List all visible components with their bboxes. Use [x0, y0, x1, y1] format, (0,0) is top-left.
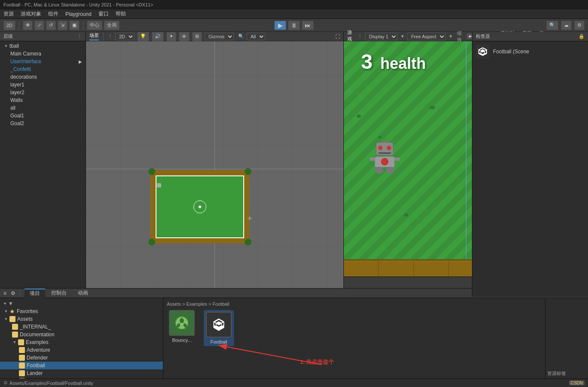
tree-arrow-favorites: ▼ — [3, 309, 9, 314]
hierarchy-item-walls[interactable]: Walls — [0, 96, 86, 104]
footer-path: Assets/Examples/Football/Football.unity — [9, 381, 93, 386]
tree-item-examples[interactable]: ▼ Examples — [0, 338, 163, 346]
settings-toolbar-icon[interactable]: ⚙ — [574, 21, 585, 30]
cloud-icon[interactable]: ☁ — [561, 21, 572, 30]
transform-tool-w[interactable]: ⤢ — [34, 21, 44, 30]
svg-point-5 — [387, 146, 391, 150]
menu-item-gameobject[interactable]: 游戏对象 — [21, 10, 41, 18]
scene-sound-icon[interactable]: 🔊 — [152, 32, 164, 41]
hierarchy-item-label: Walls — [10, 97, 23, 103]
tree-arrow-assets: ▼ — [3, 316, 9, 322]
tree-item-documentation[interactable]: Documentation — [0, 331, 163, 338]
menu-bar: 资源 游戏对象 组件 Playground 窗口 帮助 — [0, 9, 588, 19]
scene-2d-toggle[interactable]: 2D — [115, 33, 135, 40]
asset-store-label[interactable]: CSDN — [569, 381, 585, 385]
hierarchy-item-football[interactable]: ▼ tball — [0, 42, 86, 50]
scene-options-icon[interactable]: ⋮ — [108, 34, 113, 39]
console-tab[interactable]: 控制台 — [46, 289, 72, 298]
add-button[interactable]: + — [3, 301, 6, 307]
annotation-svg-2 — [193, 341, 364, 367]
aspect-dropdown[interactable]: Free Aspect — [407, 33, 446, 40]
hierarchy-menu-icon[interactable]: ⋮ — [77, 34, 82, 39]
scene-panel: 场景 ⋮ 2D 💡 🔊 ✦ 👁 ⊞ Gizmos 🔍 All ⛶ — [86, 32, 344, 297]
tree-item-lander[interactable]: Lander — [0, 369, 163, 377]
tree-arrow-examples: ▼ — [12, 340, 17, 345]
main-layout: 层级 ⋮ ▼ tball Main Camera UserInterface ▶… — [0, 32, 588, 297]
sep — [103, 32, 104, 41]
animation-tab[interactable]: 动画 — [73, 289, 93, 298]
bottom-settings-icon[interactable]: ⚙ — [11, 290, 15, 296]
hierarchy-item-confetti[interactable]: _Confetti — [0, 65, 86, 73]
main-toolbar: 2D ✥ ⤢ ↺ ⇲ ▣ 中心 全局 ▶ ⏸ ⏭ 🔍 ☁ ⚙ — [0, 19, 588, 32]
tree-item-internal[interactable]: _INTERNAL_ — [0, 323, 163, 331]
scene-toolbar: 场景 ⋮ 2D 💡 🔊 ✦ 👁 ⊞ Gizmos 🔍 All ⛶ — [86, 32, 343, 41]
transform-tool-t[interactable]: ▣ — [69, 21, 80, 30]
inspector-header: 检查器 🔒 — [472, 32, 588, 41]
scene-view[interactable]: + — [86, 41, 343, 297]
bottom-list-icon[interactable]: ≡ — [3, 290, 6, 296]
hierarchy-item-maincamera[interactable]: Main Camera — [0, 50, 86, 58]
inspector-lock-icon[interactable]: 🔒 — [579, 34, 585, 39]
resource-tags-panel: 资源标签 — [545, 298, 588, 378]
tree-item-football[interactable]: Football — [0, 362, 163, 369]
hierarchy-item-all[interactable]: all — [0, 104, 86, 112]
step-button[interactable]: ⏭ — [302, 21, 314, 30]
hierarchy-item-layer1[interactable]: layer1 — [0, 81, 86, 89]
bottom-content: + ▼ ▼ ★ Favorites ▼ Assets _INTERNAL_ — [0, 298, 588, 378]
hierarchy-item-goal1[interactable]: Goal1 — [0, 112, 86, 120]
folder-icon-defender — [19, 355, 25, 361]
scene-tab[interactable]: 场景 — [89, 32, 99, 40]
scene-hidden-icon[interactable]: 👁 — [179, 32, 190, 41]
svg-rect-12 — [395, 157, 400, 161]
menu-item-help[interactable]: 帮助 — [116, 10, 126, 18]
svg-point-10 — [381, 158, 388, 165]
hierarchy-header: 层级 ⋮ — [0, 32, 86, 41]
pivot-global-btn[interactable]: 全局 — [104, 21, 119, 30]
all-dropdown[interactable]: All — [247, 33, 265, 40]
tree-item-adventure[interactable]: Adventure — [0, 346, 163, 354]
zoom-label: 缩放 — [457, 30, 462, 43]
asset-item-bouncy[interactable]: Bouncy... — [167, 310, 197, 343]
robot-character — [370, 140, 400, 170]
menu-item-window[interactable]: 窗口 — [98, 10, 109, 18]
hierarchy-item-decorations[interactable]: decorations — [0, 73, 86, 81]
hierarchy-item-label: Goal2 — [10, 120, 24, 126]
hierarchy-item-layer2[interactable]: layer2 — [0, 89, 86, 96]
tree-item-defender[interactable]: Defender — [0, 354, 163, 362]
window-title: Football - PC, Mac & Linux Standalone - … — [3, 2, 153, 7]
project-tab[interactable]: 项目 — [24, 289, 45, 298]
transform-tool-r[interactable]: ⇲ — [58, 21, 67, 30]
project-tree: + ▼ ▼ ★ Favorites ▼ Assets _INTERNAL_ — [0, 298, 163, 378]
menu-item-component[interactable]: 组件 — [48, 10, 58, 18]
gizmos-dropdown[interactable]: Gizmos — [205, 33, 234, 40]
menu-item-playground[interactable]: Playground — [65, 11, 92, 17]
toolbar-btn-2d[interactable]: 2D — [3, 21, 15, 30]
unity-logo-box — [476, 45, 490, 58]
folder-icon-football — [19, 362, 25, 369]
folder-icon-adventure — [19, 347, 25, 353]
game-options-icon[interactable]: ⋮ — [358, 34, 362, 39]
play-button[interactable]: ▶ — [274, 21, 286, 30]
add-arrow[interactable]: ▼ — [8, 301, 13, 307]
hierarchy-item-goal2[interactable]: Goal2 — [0, 120, 86, 127]
search-toolbar-icon[interactable]: 🔍 — [546, 21, 558, 30]
scene-effects-icon[interactable]: ✦ — [166, 32, 176, 41]
hierarchy-item-userinterface[interactable]: UserInterface ▶ — [0, 58, 86, 65]
hierarchy-panel: 层级 ⋮ ▼ tball Main Camera UserInterface ▶… — [0, 32, 86, 297]
transform-tool-e[interactable]: ↺ — [46, 21, 56, 30]
tree-item-favorites[interactable]: ▼ ★ Favorites — [0, 307, 163, 315]
scene-light-icon[interactable]: 💡 — [137, 32, 149, 41]
unity-icon-small: ⚙ — [3, 380, 8, 386]
display-dropdown[interactable]: Display 1 — [365, 33, 398, 40]
expand-icon[interactable]: ⛶ — [335, 34, 340, 39]
tree-item-assets[interactable]: ▼ Assets — [0, 315, 163, 323]
pause-button[interactable]: ⏸ — [288, 21, 300, 30]
hierarchy-item-label: layer2 — [10, 89, 24, 95]
hierarchy-item-label: decorations — [10, 74, 37, 80]
football-folder-label: Football — [27, 362, 45, 369]
pivot-center-btn[interactable]: 中心 — [87, 21, 102, 30]
scene-grid-icon[interactable]: ⊞ — [192, 32, 202, 41]
transform-tool-qwert[interactable]: ✥ — [23, 21, 33, 30]
toolbar-sep-2 — [83, 21, 83, 30]
menu-item-assets[interactable]: 资源 — [3, 10, 14, 18]
